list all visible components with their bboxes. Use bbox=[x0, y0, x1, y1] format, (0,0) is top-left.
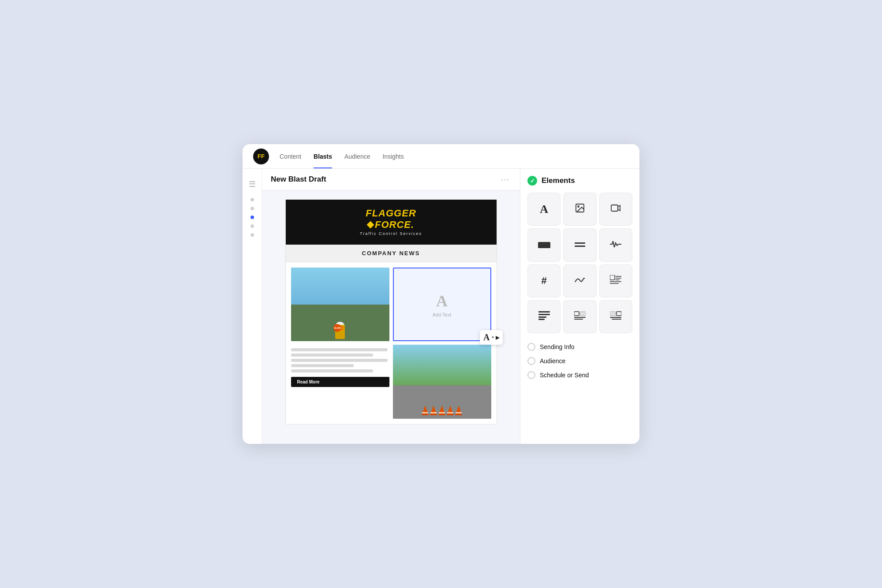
brand-subtitle: Traffic Control Services bbox=[360, 231, 422, 236]
nav-dot-3[interactable] bbox=[250, 216, 254, 219]
add-text-label: Add Text bbox=[433, 312, 452, 317]
svg-rect-17 bbox=[574, 312, 579, 316]
layout-right-icon bbox=[610, 311, 621, 323]
left-sidebar: ☰ bbox=[243, 169, 262, 444]
button-icon bbox=[538, 239, 550, 251]
cone-5 bbox=[456, 406, 462, 415]
svg-rect-5 bbox=[575, 242, 585, 244]
more-options-button[interactable]: ⋯ bbox=[499, 174, 511, 185]
flagger-logo: FLAGGER FORCE. Traffic Control Services bbox=[360, 208, 422, 236]
elements-header: ✓ Elements bbox=[527, 176, 632, 186]
svg-rect-7 bbox=[610, 275, 615, 280]
check-icon: ✓ bbox=[527, 176, 537, 186]
text-element-card[interactable]: A bbox=[527, 193, 561, 226]
cursor-arrow-icon: ▸ bbox=[496, 333, 499, 342]
worker-figure: SLOW bbox=[291, 268, 389, 341]
email-content-grid: SLOW A Add Text bbox=[286, 262, 497, 424]
divider-icon bbox=[575, 239, 585, 251]
sending-info-item[interactable]: Sending Info bbox=[527, 343, 632, 351]
tab-blasts[interactable]: Blasts bbox=[314, 144, 332, 168]
activity-element-card[interactable] bbox=[599, 228, 632, 261]
hashtag-icon: # bbox=[542, 275, 547, 287]
image-icon bbox=[575, 203, 585, 216]
schedule-or-send-label: Schedule or Send bbox=[540, 372, 589, 379]
hamburger-icon[interactable]: ☰ bbox=[249, 179, 256, 189]
schedule-or-send-item[interactable]: Schedule or Send bbox=[527, 371, 632, 379]
nav-dot-4[interactable] bbox=[250, 224, 254, 228]
audience-item[interactable]: Audience bbox=[527, 357, 632, 365]
text-line-5 bbox=[291, 369, 373, 372]
svg-rect-4 bbox=[538, 242, 550, 248]
layout-right-element-card[interactable] bbox=[599, 300, 632, 333]
activity-icon bbox=[610, 239, 621, 251]
image-text-element-card[interactable] bbox=[599, 264, 632, 298]
cone-1 bbox=[422, 406, 428, 415]
sending-info-label: Sending Info bbox=[540, 343, 575, 350]
cone-2 bbox=[430, 406, 437, 415]
elements-grid: A bbox=[527, 193, 632, 333]
text-icon: A bbox=[540, 203, 548, 216]
elements-title: Elements bbox=[542, 176, 575, 185]
svg-rect-20 bbox=[580, 312, 586, 316]
audience-check bbox=[527, 357, 535, 365]
cone-3 bbox=[439, 406, 445, 415]
canvas-header: New Blast Draft ⋯ bbox=[262, 169, 520, 190]
nav-dot-5[interactable] bbox=[250, 233, 254, 237]
tab-insights[interactable]: Insights bbox=[382, 144, 404, 168]
read-more-button[interactable]: Read More bbox=[291, 377, 389, 387]
svg-rect-21 bbox=[617, 312, 621, 316]
svg-marker-3 bbox=[618, 205, 620, 211]
signature-icon bbox=[574, 275, 586, 287]
svg-rect-13 bbox=[538, 311, 550, 313]
svg-rect-2 bbox=[611, 205, 618, 211]
layout-left-icon bbox=[538, 311, 550, 323]
canvas-area: New Blast Draft ⋯ FLAGGER FORCE bbox=[262, 169, 520, 444]
svg-point-1 bbox=[578, 206, 579, 207]
video-element-card[interactable] bbox=[599, 193, 632, 226]
text-lines bbox=[291, 345, 389, 372]
logo: FF bbox=[253, 149, 269, 164]
email-text-block: Read More bbox=[291, 345, 389, 418]
svg-rect-24 bbox=[612, 319, 621, 320]
svg-rect-22 bbox=[610, 312, 616, 316]
add-text-icon: A bbox=[436, 292, 448, 310]
drag-cursor-tooltip: A ✦ ▸ bbox=[480, 330, 502, 345]
cones-image bbox=[393, 345, 491, 418]
audience-label: Audience bbox=[540, 357, 565, 365]
button-element-card[interactable] bbox=[527, 228, 561, 261]
nav-tabs: Content Blasts Audience Insights bbox=[280, 144, 404, 168]
worker-image: SLOW bbox=[291, 268, 389, 341]
add-text-box[interactable]: A Add Text A ✦ ▸ bbox=[393, 268, 491, 341]
svg-rect-15 bbox=[538, 316, 546, 318]
nav-dot-2[interactable] bbox=[250, 207, 254, 210]
hashtag-element-card[interactable]: # bbox=[527, 264, 561, 298]
text-line-1 bbox=[291, 348, 388, 351]
layout-center-icon bbox=[574, 311, 586, 323]
layout-center-element-card[interactable] bbox=[563, 300, 596, 333]
signature-element-card[interactable] bbox=[563, 264, 596, 298]
email-section-label: COMPANY NEWS bbox=[286, 245, 497, 262]
image-element-card[interactable] bbox=[563, 193, 596, 226]
top-nav: FF Content Blasts Audience Insights bbox=[243, 144, 639, 169]
text-line-4 bbox=[291, 364, 354, 367]
divider-element-card[interactable] bbox=[563, 228, 596, 261]
layout-left-element-card[interactable] bbox=[527, 300, 561, 333]
canvas-scroll: FLAGGER FORCE. Traffic Control Services … bbox=[262, 190, 520, 444]
nav-dot-1[interactable] bbox=[250, 198, 254, 201]
brand-name-1: FLAGGER bbox=[366, 208, 416, 219]
tab-audience[interactable]: Audience bbox=[344, 144, 370, 168]
svg-rect-23 bbox=[610, 317, 621, 318]
schedule-or-send-check bbox=[527, 371, 535, 379]
image-text-icon bbox=[610, 275, 621, 287]
text-line-2 bbox=[291, 354, 373, 357]
sending-info-check bbox=[527, 343, 535, 351]
app-window: FF Content Blasts Audience Insights ☰ Ne… bbox=[243, 144, 639, 444]
text-line-3 bbox=[291, 359, 388, 362]
tab-content[interactable]: Content bbox=[280, 144, 301, 168]
right-panel: ✓ Elements A bbox=[520, 169, 639, 444]
main-area: ☰ New Blast Draft ⋯ FLAGGER bbox=[243, 169, 639, 444]
logo-text: FF bbox=[258, 153, 265, 160]
video-icon bbox=[610, 203, 621, 216]
brand-name-2: FORCE. bbox=[375, 219, 414, 231]
svg-rect-19 bbox=[574, 319, 583, 320]
